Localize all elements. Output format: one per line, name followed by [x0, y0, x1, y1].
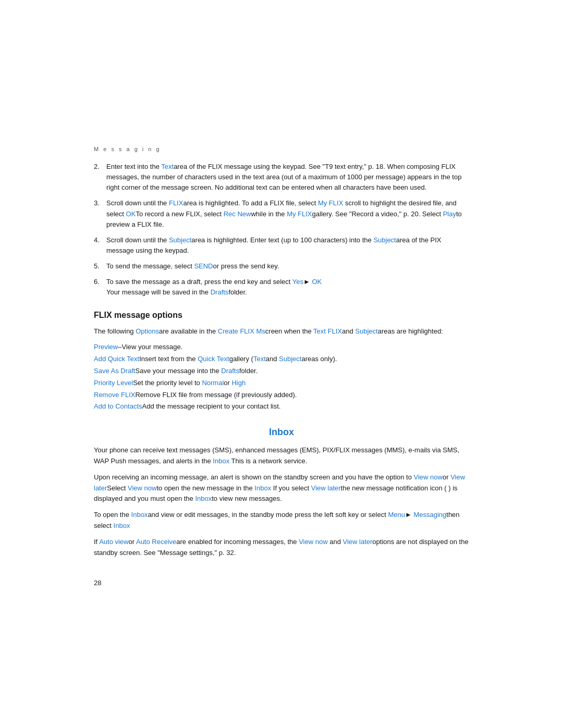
link-auto-receive[interactable]: Auto Receive — [136, 538, 176, 546]
link-preview[interactable]: Preview — [94, 343, 118, 351]
section-label: M e s s a g i n g — [94, 146, 469, 152]
link-my-flix-2[interactable]: My FLIX — [287, 210, 312, 218]
option-add-to-contacts: Add to ContactsAdd the message recipient… — [94, 401, 469, 412]
link-view-now-3[interactable]: View now — [299, 538, 327, 546]
list-item-5: 5. To send the message, select SENDor pr… — [94, 261, 469, 272]
inbox-para-3: To open the Inboxand view or edit messag… — [94, 510, 469, 532]
inbox-section: Inbox Your phone can receive text messag… — [94, 427, 469, 558]
list-content-4: Scroll down until the Subjectarea is hig… — [106, 235, 469, 256]
link-rec-new[interactable]: Rec New — [224, 210, 251, 218]
list-item-3: 3. Scroll down until the FLIXarea is hig… — [94, 198, 469, 229]
list-item-4: 4. Scroll down until the Subjectarea is … — [94, 235, 469, 256]
link-add-to-contacts[interactable]: Add to Contacts — [94, 402, 142, 410]
inbox-para-1: Your phone can receive text messages (SM… — [94, 445, 469, 467]
link-inbox-2[interactable]: Inbox — [254, 484, 271, 492]
link-priority-level[interactable]: Priority Level — [94, 379, 133, 387]
link-add-quick-text[interactable]: Add Quick Text — [94, 355, 139, 363]
numbered-list: 2. Enter text into the Textarea of the F… — [94, 162, 469, 298]
list-num-5: 5. — [94, 261, 106, 272]
link-text-area[interactable]: Text — [253, 355, 266, 363]
link-inbox-4[interactable]: Inbox — [131, 511, 148, 519]
flix-options-list: Preview–View your message. Add Quick Tex… — [94, 342, 469, 412]
link-subject-area-3[interactable]: Subject — [279, 355, 301, 363]
link-text[interactable]: Text — [161, 163, 174, 170]
option-priority-level: Priority LevelSet the priority level to … — [94, 378, 469, 389]
link-text-flix[interactable]: Text FLIX — [313, 327, 342, 335]
list-content-5: To send the message, select SENDor press… — [106, 261, 279, 272]
link-send[interactable]: SEND — [194, 262, 213, 270]
flix-options-intro: The following Optionsare available in th… — [94, 326, 469, 337]
list-num-2: 2. — [94, 162, 106, 193]
list-content-3: Scroll down until the FLIXarea is highli… — [106, 198, 469, 229]
link-messaging[interactable]: Messaging — [413, 511, 446, 519]
link-ok-1[interactable]: OK — [126, 210, 136, 218]
inbox-para-2: Upon receiving an incoming message, an a… — [94, 472, 469, 504]
list-num-4: 4. — [94, 235, 106, 256]
list-content-6: To save the message as a draft, press th… — [106, 277, 322, 298]
page-content: M e s s a g i n g 2. Enter text into the… — [0, 0, 563, 728]
link-my-flix[interactable]: My FLIX — [318, 199, 343, 207]
link-subject-area-2[interactable]: Subject — [373, 236, 396, 244]
link-create-flix-ms[interactable]: Create FLIX Ms — [218, 327, 265, 335]
list-num-6: 6. — [94, 277, 106, 298]
link-menu[interactable]: Menu — [388, 511, 405, 519]
page-number: 28 — [94, 579, 469, 587]
option-add-quick-text: Add Quick TextInsert text from the Quick… — [94, 354, 469, 365]
link-auto-view[interactable]: Auto view — [99, 538, 128, 546]
flix-options-heading: FLIX message options — [94, 311, 469, 320]
link-view-now-1[interactable]: View now — [414, 473, 443, 481]
link-high[interactable]: High — [231, 379, 246, 387]
link-inbox-1[interactable]: Inbox — [213, 457, 229, 465]
list-item-6: 6. To save the message as a draft, press… — [94, 277, 469, 298]
link-view-later-3[interactable]: View later — [342, 538, 372, 546]
link-subject-area[interactable]: Subject — [169, 236, 191, 244]
link-remove-flix[interactable]: Remove FLIX — [94, 391, 135, 399]
option-save-as-draft: Save As DraftSave your message into the … — [94, 366, 469, 377]
link-subject[interactable]: Subject — [355, 327, 377, 335]
link-ok-2[interactable]: OK — [312, 278, 322, 286]
flix-options-section: FLIX message options The following Optio… — [94, 311, 469, 413]
list-content-2: Enter text into the Textarea of the FLIX… — [106, 162, 469, 193]
link-save-as-draft[interactable]: Save As Draft — [94, 367, 135, 375]
option-preview: Preview–View your message. — [94, 342, 469, 353]
link-flix-area[interactable]: FLIX — [169, 199, 183, 207]
link-options[interactable]: Options — [136, 327, 159, 335]
list-item-2: 2. Enter text into the Textarea of the F… — [94, 162, 469, 193]
link-inbox-5[interactable]: Inbox — [114, 522, 130, 529]
link-inbox-3[interactable]: Inbox — [195, 495, 212, 502]
link-quick-text-gallery[interactable]: Quick Text — [198, 355, 229, 363]
list-num-3: 3. — [94, 198, 106, 229]
link-drafts-2[interactable]: Drafts — [221, 367, 239, 375]
link-play[interactable]: Play — [443, 210, 456, 218]
inbox-para-4: If Auto viewor Auto Receiveare enabled f… — [94, 537, 469, 559]
link-drafts[interactable]: Drafts — [211, 288, 229, 296]
link-normal[interactable]: Normal — [202, 379, 224, 387]
option-remove-flix: Remove FLIXRemove FLIX file from message… — [94, 390, 469, 401]
inbox-heading: Inbox — [94, 427, 469, 438]
link-yes[interactable]: Yes — [292, 278, 303, 286]
link-view-now-2[interactable]: View now — [128, 484, 156, 492]
link-view-later-2[interactable]: View later — [311, 484, 341, 492]
